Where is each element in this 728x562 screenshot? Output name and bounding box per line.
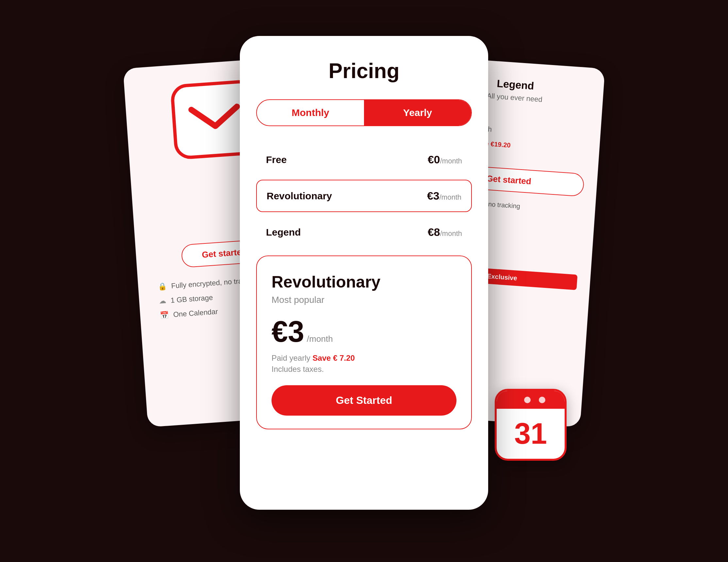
center-get-started-button[interactable]: Get Started	[272, 385, 456, 416]
calendar-overlay-icon: 31	[495, 389, 567, 461]
detail-save: Save € 7.20	[312, 354, 355, 362]
pricing-title: Pricing	[256, 59, 472, 83]
free-plan-name: Free	[266, 154, 287, 165]
calendar-header	[497, 391, 565, 409]
calendar-number: 31	[497, 409, 565, 459]
email-icon	[188, 100, 242, 139]
cloud-icon: ☁	[158, 297, 166, 306]
detail-price-period: /month	[307, 334, 333, 344]
detail-plan-tagline: Most popular	[272, 295, 456, 305]
calendar-icon-small: 📅	[159, 311, 169, 320]
free-plan-row[interactable]: Free €0/month	[256, 144, 472, 175]
detail-plan-name: Revolutionary	[272, 273, 456, 291]
billing-toggle[interactable]: Monthly Yearly	[256, 99, 472, 126]
center-pricing-card: Pricing Monthly Yearly Free €0/month Rev…	[240, 36, 488, 510]
legend-plan-name: Legend	[266, 227, 301, 238]
detail-price-big: €3	[272, 315, 304, 349]
yearly-toggle-button[interactable]: Yearly	[364, 100, 471, 125]
detail-billing: Paid yearly Save € 7.20	[272, 354, 456, 363]
free-plan-price: €0/month	[428, 153, 462, 166]
detail-price-row: €3 /month	[272, 315, 456, 349]
revolutionary-detail-card: Revolutionary Most popular €3 /month Pai…	[256, 256, 472, 429]
monthly-toggle-button[interactable]: Monthly	[257, 100, 364, 125]
legend-plan-row[interactable]: Legend €8/month	[256, 217, 472, 248]
lock-icon: 🔒	[157, 282, 167, 291]
legend-plan-price: €8/month	[428, 226, 462, 239]
revolutionary-plan-row[interactable]: Revolutionary €3/month	[256, 180, 472, 212]
revolutionary-plan-price: €3/month	[427, 190, 461, 202]
revolutionary-plan-name: Revolutionary	[267, 190, 332, 202]
detail-taxes: Includes taxes.	[272, 365, 456, 374]
pricing-scene: Get started 🔒 Fully encrypted, no tracki…	[135, 36, 593, 526]
